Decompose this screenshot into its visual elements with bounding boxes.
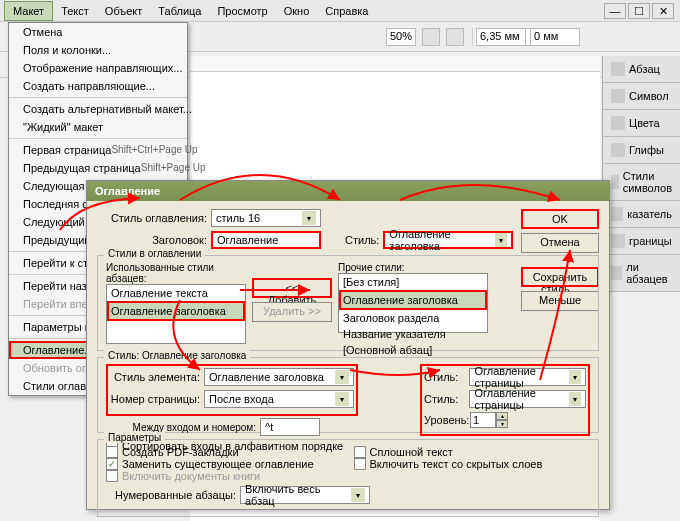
num-para-label: Нумерованные абзацы: [106, 489, 236, 501]
ok-button[interactable]: OK [521, 209, 599, 229]
hidden-label: Включить текст со скрытых слоев [370, 458, 543, 470]
replace-checkbox[interactable]: ✓ [106, 458, 118, 470]
panel-tab[interactable]: казатель [603, 201, 680, 228]
menu-item[interactable]: Поля и колонки... [9, 41, 187, 59]
level-label: Уровень: [424, 414, 466, 426]
elem-style-select[interactable]: Оглавление заголовка▾ [204, 368, 354, 386]
panel-tab[interactable]: границы [603, 228, 680, 255]
menu-item[interactable]: Отображение направляющих... [9, 59, 187, 77]
other-styles-list[interactable]: [Без стиля] Оглавление заголовка Заголов… [338, 273, 488, 333]
panel-tab[interactable]: Стили символов [603, 164, 680, 201]
measure-1[interactable]: 6,35 мм [476, 28, 526, 46]
panel-tab[interactable]: Глифы [603, 137, 680, 164]
panel-tab[interactable]: Абзац [603, 56, 680, 83]
other-styles-label: Прочие стили: [338, 262, 488, 273]
style-label: Стиль оглавления: [97, 212, 207, 224]
panel-tab[interactable]: Символ [603, 83, 680, 110]
tool-icon[interactable] [446, 28, 464, 46]
panel-stack: АбзацСимволЦветаГлифыСтили символовказат… [602, 56, 680, 292]
num-para-select[interactable]: Включить весь абзац▾ [240, 486, 370, 504]
horizontal-ruler [190, 56, 600, 72]
group-styles-title: Стили в оглавлении [104, 248, 205, 259]
hidden-checkbox[interactable] [354, 458, 366, 470]
heading-label: Заголовок: [97, 234, 207, 246]
toolbar-measurements: 6,35 мм 0 мм [476, 28, 580, 46]
pdf-label: Создать PDF-закладки [122, 446, 239, 458]
menu-item[interactable]: Предыдущая страницаShift+Page Up [9, 159, 187, 177]
between-label: Между входом и номером: [106, 422, 256, 433]
list-item[interactable]: Оглавление заголовка [339, 290, 487, 310]
elem-style-label: Стиль элемента: [110, 371, 200, 383]
page-num-label: Номер страницы: [110, 393, 200, 405]
level-spinner[interactable]: ▴▾ [470, 412, 508, 428]
measure-2[interactable]: 0 мм [530, 28, 580, 46]
window-controls: — ☐ ✕ [604, 3, 674, 19]
menubar: Макет Текст Объект Таблица Просмотр Окно… [0, 0, 680, 22]
between-input[interactable]: ^t [260, 418, 320, 436]
list-item[interactable]: Оглавление заголовка [107, 301, 245, 321]
maximize-button[interactable]: ☐ [628, 3, 650, 19]
close-button[interactable]: ✕ [652, 3, 674, 19]
panel-tab[interactable]: Цвета [603, 110, 680, 137]
menu-table[interactable]: Таблица [150, 2, 209, 20]
tool-icon[interactable] [422, 28, 440, 46]
style2-label: Стиль: [345, 234, 379, 246]
solid-checkbox[interactable] [354, 446, 366, 458]
heading-input[interactable]: Оглавление [211, 231, 321, 249]
panel-tab[interactable]: ли абзацев [603, 255, 680, 292]
menu-window[interactable]: Окно [276, 2, 318, 20]
heading-style-select[interactable]: Оглавление заголовка▾ [383, 231, 513, 249]
list-item[interactable]: [Без стиля] [339, 274, 487, 290]
used-styles-label: Использованные стили абзацев: [106, 262, 246, 284]
cancel-button[interactable]: Отмена [521, 233, 599, 253]
add-button[interactable]: << Добавить [252, 278, 332, 298]
replace-label: Заменить существующее оглавление [122, 458, 314, 470]
menu-item[interactable]: Отмена [9, 23, 187, 41]
book-label: Включить документы книги [122, 470, 260, 482]
style4-select[interactable]: Оглавление страницы▾ [469, 390, 586, 408]
menu-item[interactable]: Первая страницаShift+Ctrl+Page Up [9, 141, 187, 159]
style3-label: Стиль: [424, 371, 465, 383]
toc-dialog: Оглавление OK Отмена Сохранить стиль... … [86, 180, 610, 510]
menu-item[interactable]: "Жидкий" макет [9, 118, 187, 136]
list-item[interactable]: [Основной абзац] [339, 342, 487, 358]
dialog-title: Оглавление [87, 181, 609, 201]
list-item[interactable]: Оглавление текста [107, 285, 245, 301]
zoom-field[interactable]: 50% [386, 28, 416, 46]
book-checkbox [106, 470, 118, 482]
list-item[interactable]: Заголовок раздела [339, 310, 487, 326]
menu-object[interactable]: Объект [97, 2, 150, 20]
page-num-select[interactable]: После входа▾ [204, 390, 354, 408]
pdf-checkbox[interactable] [106, 446, 118, 458]
group-params-title: Параметры [104, 432, 165, 443]
minimize-button[interactable]: — [604, 3, 626, 19]
menu-view[interactable]: Просмотр [209, 2, 275, 20]
solid-label: Сплошной текст [370, 446, 453, 458]
used-styles-list[interactable]: Оглавление текста Оглавление заголовка [106, 284, 246, 344]
style4-label: Стиль: [424, 393, 465, 405]
menu-item[interactable]: Создать альтернативный макет... [9, 100, 187, 118]
menu-item[interactable]: Создать направляющие... [9, 77, 187, 95]
group-elem-title: Стиль: Оглавление заголовка [104, 350, 250, 361]
menu-layout[interactable]: Макет [4, 1, 53, 21]
style3-select[interactable]: Оглавление страницы▾ [469, 368, 586, 386]
toc-style-select[interactable]: стиль 16▾ [211, 209, 321, 227]
menu-help[interactable]: Справка [317, 2, 376, 20]
remove-button[interactable]: Удалить >> [252, 302, 332, 322]
list-item[interactable]: Название указателя [339, 326, 487, 342]
menu-text[interactable]: Текст [53, 2, 97, 20]
